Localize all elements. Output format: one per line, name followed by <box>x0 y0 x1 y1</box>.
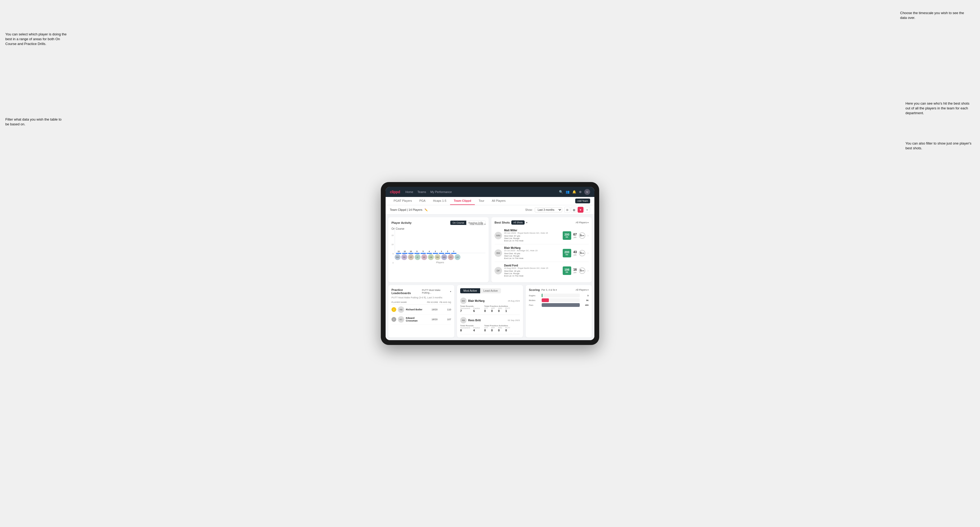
scoring-bar-wrap <box>542 298 580 302</box>
scoring-header: Scoring Par 3, 4 & 5s ▾ All Players ▾ <box>529 288 589 291</box>
shot-entry[interactable]: DF David Ford 24 Aug 2023 · Royal North … <box>495 262 589 279</box>
nav-my-performance[interactable]: My Performance <box>430 190 452 194</box>
search-icon[interactable]: 🔍 <box>559 190 563 194</box>
player-avatar-chart[interactable]: RB <box>434 254 441 260</box>
add-icon[interactable]: ⊕ <box>579 190 582 194</box>
bar-label: 5 <box>423 251 424 252</box>
annotation-filter: Filter what data you wish the table to b… <box>5 117 64 127</box>
user-avatar[interactable]: U <box>584 189 590 195</box>
player-avatar-chart[interactable]: MM <box>441 254 447 260</box>
lb-col-score: PB SCORE <box>426 301 438 303</box>
shot-info: Blair McHarg 23 Jul 2023 · Ashridge GC, … <box>504 246 561 259</box>
edit-icon[interactable]: ✏️ <box>425 208 428 211</box>
leaderboard-dropdown[interactable]: PUTT Must Make Putting... ▾ <box>422 289 451 294</box>
tab-team-clippd[interactable]: Team Clippd <box>450 197 475 205</box>
card-view-icon[interactable]: ▦ <box>571 207 577 213</box>
scoring-title: Scoring <box>529 288 540 291</box>
shot-entry[interactable]: MM Matt Miller 09 Jun 2023 · Royal North… <box>495 227 589 244</box>
lb-score: 19/20 <box>426 308 438 311</box>
tab-pga[interactable]: PGA <box>416 197 429 205</box>
scoring-row-label: Pars <box>529 304 539 306</box>
shot-chevron-right[interactable]: › <box>587 234 589 237</box>
add-team-button[interactable]: Add Team <box>575 198 590 203</box>
shot-info: David Ford 24 Aug 2023 · Royal North Dev… <box>504 264 561 277</box>
scoring-bar-fill <box>542 303 580 307</box>
tablet-frame: clippd Home Teams My Performance 🔍 👥 🔔 ⊕… <box>381 182 599 345</box>
arg-stat: ARG 0 <box>498 307 502 313</box>
nav-teams[interactable]: Teams <box>418 190 426 194</box>
all-players-filter-wrap: All Players ▾ <box>576 221 589 224</box>
shot-chevron-right[interactable]: › <box>587 251 589 255</box>
app-stat: APP 0 <box>491 307 495 313</box>
all-players-filter[interactable]: All Players ▾ <box>576 221 589 224</box>
tab-hcaps[interactable]: Hcaps 1-5 <box>429 197 450 205</box>
scoring-filter1[interactable]: Par 3, 4 & 5s ▾ <box>541 289 557 291</box>
bar-label: 3 <box>441 251 442 252</box>
lb-row[interactable]: 1 RB Richard Butler 19/20 110 <box>391 305 451 314</box>
shot-player-avatar: DF <box>495 267 502 275</box>
bar-label: 9 <box>417 251 418 252</box>
timescale-select[interactable]: Last 3 months Last 6 months Last 12 mont… <box>535 207 562 213</box>
player-avatar-chart[interactable]: EC <box>448 254 454 260</box>
player-avatar-chart[interactable]: GB <box>428 254 434 260</box>
users-icon[interactable]: 👥 <box>566 190 570 194</box>
bar-label: 2 <box>453 251 454 252</box>
lb-rank-badge: 1 <box>391 307 396 312</box>
heart-view-icon[interactable]: ♥ <box>578 207 584 213</box>
chart-top-row: Total Rounds ▾ <box>395 223 485 225</box>
best-shots-card: Best Shots All Shots ▾ All Players ▾ MM … <box>492 217 592 283</box>
shot-info: Matt Miller 09 Jun 2023 · Royal North De… <box>504 229 561 242</box>
player-avatar-chart[interactable]: DF <box>408 254 414 260</box>
lb-row[interactable]: 2 EC Edward Crossman 18/20 107 <box>391 314 451 324</box>
shot-details: Shot Dist: 67 ydsStart Lie: RoughEnd Lie… <box>504 235 561 242</box>
player-avatar-chart[interactable]: RB <box>401 254 407 260</box>
most-active-card: Most Active Least Active BM Blair McHarg… <box>457 285 523 338</box>
practice-stat: Practice 6 <box>473 307 480 313</box>
bar-group: 13 <box>396 251 401 253</box>
shot-chevron-right[interactable]: › <box>587 269 589 273</box>
player-activity-card: Player Activity On Course Practice Drill… <box>388 217 488 283</box>
lb-player-name: Richard Butler <box>406 308 424 311</box>
bar-highlight <box>439 253 444 254</box>
player-avatar-chart[interactable]: BM <box>395 254 401 260</box>
bar-label: 12 <box>404 251 406 252</box>
active-player-entry: RB Rees Britt 02 Sep 2023 Total Rounds T… <box>460 315 520 334</box>
player-avatar-chart[interactable]: EE <box>421 254 427 260</box>
shot-player-avatar: BM <box>495 249 502 257</box>
shot-dist-badge: 67 yds <box>573 233 577 238</box>
lb-avg: 110 <box>439 308 451 311</box>
chart-area: 15 10 5 0 Total Rounds ▾ 1312109543322 <box>391 232 485 264</box>
lb-avatar: EC <box>398 316 404 322</box>
tab-tour[interactable]: Tour <box>475 197 488 205</box>
least-active-tab[interactable]: Least Active <box>480 288 501 293</box>
grid-view-icon[interactable]: ⊞ <box>564 207 570 213</box>
list-view-icon[interactable]: ≡ <box>584 207 590 213</box>
player-avatars: BMRBDFJCEEGBRBMMECLR <box>395 254 485 260</box>
active-player-name: Blair McHarg <box>468 300 506 302</box>
active-stats-row: Total Rounds Tournament 7 Practice 6 Tot… <box>460 305 520 313</box>
shot-badge-sg: 200 SG <box>563 249 571 257</box>
bell-icon[interactable]: 🔔 <box>572 190 576 194</box>
bar-label: 13 <box>398 251 400 252</box>
tab-all-players[interactable]: All Players <box>488 197 509 205</box>
tab-pgat-players[interactable]: PGAT Players <box>390 197 416 205</box>
subheader: Team Clippd | 14 Players ✏️ Show: Last 3… <box>386 205 594 214</box>
nav-home[interactable]: Home <box>405 190 413 194</box>
scoring-bar-wrap <box>542 303 580 307</box>
lb-columns: PLAYER NAME PB SCORE PB AVG SQ <box>391 301 451 305</box>
player-avatar-chart[interactable]: JC <box>415 254 420 260</box>
shot-result-zero: 0yds <box>579 250 585 256</box>
bar-group: 2 <box>445 251 450 253</box>
scoring-bar-fill <box>542 298 549 302</box>
shot-entry[interactable]: BM Blair McHarg 23 Jul 2023 · Ashridge G… <box>495 244 589 262</box>
all-shots-chevron[interactable]: ▾ <box>526 221 527 224</box>
total-rounds-chevron[interactable]: ▾ <box>484 223 485 225</box>
practice-activities-group: Total Practice Activities GTT 0 APP 0 AR… <box>484 305 510 313</box>
bar-label: 4 <box>429 251 430 252</box>
shot-meta: 09 Jun 2023 · Royal North Devon GC, Hole… <box>504 232 561 234</box>
scoring-filter2[interactable]: All Players ▾ <box>576 289 589 291</box>
bar-highlight <box>451 253 457 254</box>
most-active-tab[interactable]: Most Active <box>460 288 480 293</box>
player-avatar-chart[interactable]: LR <box>455 254 460 260</box>
all-shots-filter[interactable]: All Shots <box>511 221 525 225</box>
